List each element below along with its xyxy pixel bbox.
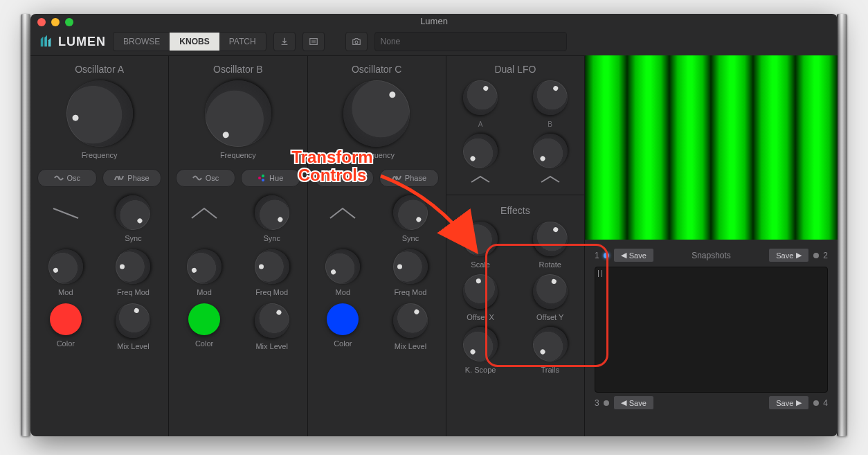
left-rack-pillar	[21, 14, 30, 436]
app-logo: LUMEN	[39, 34, 106, 49]
svg-point-4	[262, 175, 264, 177]
offset-x-knob[interactable]	[460, 271, 500, 312]
osc-b-mixlevel-knob[interactable]	[247, 296, 296, 345]
svg-point-2	[355, 41, 358, 44]
osc-c-freqmod-knob[interactable]	[393, 249, 428, 284]
offset-y-knob[interactable]	[528, 269, 572, 314]
app-body: Oscillator A Frequency Osc Phase Sync Mo…	[30, 55, 838, 436]
snapshots-title: Snapshots	[691, 251, 731, 260]
osc-b-color[interactable]	[188, 303, 220, 335]
osc-a-frequency-knob[interactable]	[61, 75, 138, 152]
snapshot-4-dot[interactable]	[813, 400, 819, 406]
osc-a-title: Oscillator A	[37, 64, 161, 75]
dual-lfo-title: Dual LFO	[453, 64, 577, 75]
osc-b-sync-knob[interactable]	[247, 188, 296, 237]
lfo-b-rate-knob[interactable]	[527, 74, 574, 121]
snapshot-3-number: 3	[595, 398, 599, 408]
osc-a-freqmod-knob[interactable]	[116, 249, 150, 284]
output-preview	[585, 55, 838, 240]
osc-a-mod-knob[interactable]	[44, 244, 88, 289]
osc-c-shape[interactable]	[325, 195, 360, 230]
stage: Lumen LUMEN BROWSE KNOBS PATCH	[0, 0, 868, 455]
svg-point-3	[258, 177, 261, 179]
effects-title: Effects	[453, 205, 577, 216]
trails-knob[interactable]	[525, 320, 575, 369]
close-icon[interactable]	[37, 18, 46, 26]
lfo-a-amt-knob[interactable]	[456, 127, 505, 176]
snapshot-1-dot[interactable]	[604, 253, 609, 258]
osc-c-sync-knob[interactable]	[386, 188, 435, 237]
osc-b-freqmod-knob[interactable]	[255, 249, 289, 284]
osc-b-osc-pill[interactable]: Osc	[176, 169, 235, 187]
app-name: LUMEN	[58, 35, 106, 49]
osc-a-osc-pill[interactable]: Osc	[37, 169, 97, 187]
osc-b-mod-knob[interactable]	[182, 244, 226, 289]
osc-a-color[interactable]	[50, 303, 82, 335]
right-rack-pillar	[837, 14, 847, 436]
app-window: Lumen LUMEN BROWSE KNOBS PATCH	[30, 14, 838, 436]
oscillator-c-panel: Oscillator C Frequency Osc Phase Sync Mo…	[308, 55, 446, 436]
camera-button[interactable]	[345, 32, 368, 51]
osc-c-osc-pill[interactable]: Osc	[315, 169, 374, 187]
rotate-knob[interactable]	[527, 215, 574, 262]
right-panel: 1 ◀ Save Snapshots Save ▶ 2	[584, 55, 838, 436]
window-title: Lumen	[420, 16, 448, 26]
snapshot-3-save-button[interactable]: ◀ Save	[613, 395, 654, 410]
osc-c-phase-pill[interactable]: Phase	[379, 169, 439, 187]
kscope-knob[interactable]	[456, 320, 505, 369]
effects-grid: Scale Rotate Offset X Offset Y K. Scope …	[453, 222, 577, 374]
lfo-b-amt-knob[interactable]	[525, 127, 575, 176]
snapshot-3-dot[interactable]	[604, 400, 609, 406]
preset-field[interactable]: None	[374, 32, 567, 51]
osc-c-frequency-knob[interactable]	[330, 66, 424, 160]
osc-c-mixlevel-knob[interactable]	[386, 296, 435, 345]
tab-knobs[interactable]: KNOBS	[170, 33, 219, 51]
lfo-effects-panel: Dual LFO A B Effects Scale	[446, 55, 584, 436]
snapshot-2-number: 2	[823, 251, 828, 260]
osc-c-mod-knob[interactable]	[319, 243, 366, 290]
oscillator-a-panel: Oscillator A Frequency Osc Phase Sync Mo…	[30, 55, 169, 436]
fullscreen-button[interactable]	[302, 32, 325, 51]
lfo-a-rate-knob[interactable]	[457, 74, 504, 121]
osc-b-frequency-knob[interactable]	[192, 68, 283, 159]
osc-a-phase-pill[interactable]: Phase	[102, 169, 162, 187]
snapshot-1-save-button[interactable]: ◀ Save	[613, 248, 654, 262]
snapshot-xy-pad[interactable]	[595, 267, 828, 393]
snapshot-4-number: 4	[823, 398, 828, 408]
osc-b-hue-pill[interactable]: Hue	[241, 169, 300, 187]
oscillator-b-panel: Oscillator B Frequency Osc Hue Sync Mod …	[169, 55, 307, 436]
snapshot-4-save-button[interactable]: Save ▶	[768, 395, 809, 410]
osc-b-shape[interactable]	[187, 195, 221, 230]
preset-field-text: None	[381, 37, 401, 46]
snapshots-panel: 1 ◀ Save Snapshots Save ▶ 2	[585, 240, 838, 436]
osc-c-color[interactable]	[327, 303, 359, 335]
svg-rect-1	[311, 40, 315, 43]
zoom-icon[interactable]	[65, 18, 73, 26]
snapshot-1-number: 1	[595, 251, 599, 260]
window-controls	[37, 18, 73, 26]
titlebar: Lumen	[30, 14, 838, 28]
lfo-b-shape[interactable]	[536, 174, 564, 185]
osc-a-freq-label: Frequency	[37, 151, 161, 159]
osc-a-mixlevel-knob[interactable]	[111, 298, 155, 343]
snapshot-2-save-button[interactable]: Save ▶	[768, 248, 809, 262]
osc-c-title: Oscillator C	[315, 64, 439, 75]
osc-a-shape[interactable]	[48, 195, 83, 230]
preview-bars	[585, 55, 838, 240]
svg-point-5	[262, 179, 264, 181]
header: LUMEN BROWSE KNOBS PATCH None	[30, 28, 838, 56]
scale-knob[interactable]	[460, 219, 500, 259]
logo-icon	[39, 34, 54, 49]
view-tabs: BROWSE KNOBS PATCH	[113, 32, 266, 51]
snapshot-2-dot[interactable]	[813, 253, 819, 258]
tab-patch[interactable]: PATCH	[219, 33, 266, 51]
knob-panels: Oscillator A Frequency Osc Phase Sync Mo…	[30, 55, 584, 436]
minimize-icon[interactable]	[51, 18, 60, 26]
osc-b-title: Oscillator B	[176, 64, 300, 75]
lfo-a-shape[interactable]	[467, 174, 494, 185]
tab-browse[interactable]: BROWSE	[114, 33, 170, 51]
download-button[interactable]	[273, 32, 296, 51]
osc-a-sync-knob[interactable]	[109, 188, 157, 237]
